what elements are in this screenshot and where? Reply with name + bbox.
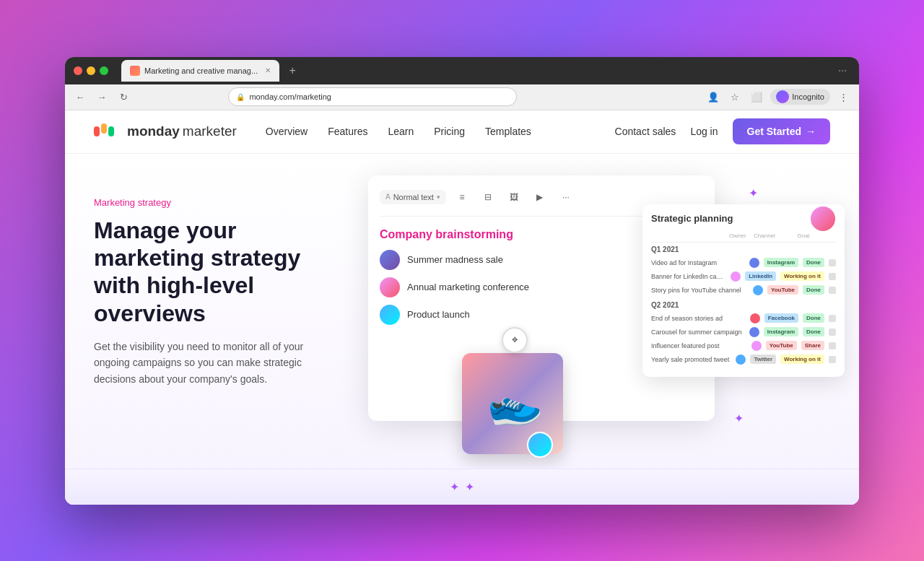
text-format-label: Normal text [393,193,434,201]
strategy-avatar-6 [751,341,762,351]
strategy-avatar-3 [753,285,763,295]
logo-marketer-text: marketer [183,123,237,139]
contact-sales-link[interactable]: Contact sales [615,126,676,137]
cursor: ✥ [502,327,528,353]
status-tag-done-4: Done [803,327,824,336]
strategy-row-q2-3: Influencer featured post YouTube Share [651,341,836,351]
toolbar-right: 👤 ☆ ⬜ Incognito ⋮ [705,89,852,105]
channel-tag-instagram: Instagram [764,258,798,267]
browser-titlebar: Marketing and creative manag... ✕ + ⋯ [65,57,859,84]
menu-icon[interactable]: ⋮ [836,89,852,105]
shoe-image: 👟 [480,372,546,435]
incognito-label: Incognito [792,92,824,101]
nav-links: Overview Features Learn Pricing Template… [266,126,531,137]
arrow-icon: → [806,126,816,137]
status-tag-working-2: Working on it [780,355,824,364]
incognito-icon: 👤 [705,89,721,105]
address-bar[interactable]: 🔒 monday.com/marketing [228,87,517,106]
nav-templates[interactable]: Templates [485,126,531,137]
cursor-grab-icon: ✥ [512,336,518,344]
active-tab[interactable]: Marketing and creative manag... ✕ [121,60,279,82]
strategy-avatar-1 [749,258,759,268]
media-icon[interactable]: ▶ [530,187,550,207]
bullet-list-icon[interactable]: ≡ [452,187,472,207]
channel-tag-linkedin: LinkedIn [745,271,776,281]
tab-close-icon[interactable]: ✕ [265,66,271,74]
doc-item-1: Summer madness sale [407,254,503,265]
get-started-button[interactable]: Get Started → [733,118,830,144]
strategy-avatar-4 [750,313,760,323]
minimize-button[interactable] [87,66,95,75]
tab-bar: Marketing and creative manag... ✕ + [121,60,829,82]
avatar-shoe-user [527,432,553,458]
image-icon[interactable]: 🖼 [504,187,524,207]
maximize-button[interactable] [100,66,108,75]
security-icon: 🔒 [236,93,245,101]
chevron-down-icon: ▾ [437,193,440,201]
numbered-list-icon[interactable]: ⊟ [478,187,498,207]
back-button[interactable]: ← [72,89,88,105]
hero-description: Get the visibility you need to monitor a… [94,339,339,387]
hero-title: Manage your marketing strategy with high… [94,217,339,328]
user-avatar-icon [776,90,789,103]
user-button[interactable]: Incognito [770,89,830,105]
hero-visual: ✦ A Normal text ▾ ≡ ⊟ 🖼 ▶ ··· [368,183,830,469]
window-controls-icon[interactable]: ⋯ [834,63,850,79]
status-tag-working: Working on it [780,271,824,281]
bottom-sparkle-2: ✦ [465,480,474,494]
avatar-user-3 [380,305,400,325]
log-in-link[interactable]: Log in [690,126,718,137]
channel-tag-facebook: Facebook [764,313,798,323]
bottom-section: ✦ ✦ [65,469,859,505]
hero-label: Marketing strategy [94,197,339,208]
strategy-row-q2-1: End of season stories ad Facebook Done [651,313,836,323]
tab-favicon [130,66,140,76]
logo-svg [94,123,120,139]
channel-tag-twitter: Twitter [750,355,776,364]
bookmark-icon[interactable]: ☆ [727,89,743,105]
q1-label: Q1 2021 [651,245,836,253]
strategy-row-q2-4: Yearly sale promoted tweet Twitter Worki… [651,355,836,365]
browser-window: Marketing and creative manag... ✕ + ⋯ ← … [65,57,859,505]
doc-item-2: Annual marketing conference [407,282,529,292]
more-icon[interactable]: ··· [556,187,576,207]
strategy-row-q1-2: Banner for LinkedIn campaign LinkedIn Wo… [651,271,836,282]
browser-toolbar: ← → ↻ 🔒 monday.com/marketing 👤 ☆ ⬜ Incog… [65,84,859,110]
traffic-lights [74,66,108,75]
site-navigation: monday marketer Overview Features Learn … [65,110,859,154]
text-format-selector[interactable]: A Normal text ▾ [380,190,446,204]
url-text: monday.com/marketing [249,92,331,101]
cursor-circle: ✥ [502,327,528,353]
svg-rect-2 [108,126,114,136]
status-tag-done: Done [803,258,824,267]
logo-monday-text: monday [127,123,180,139]
text-format-prefix: A [385,193,391,201]
nav-learn[interactable]: Learn [388,126,414,137]
nav-pricing[interactable]: Pricing [434,126,465,137]
hero-section: Marketing strategy Manage your marketing… [65,154,859,469]
close-button[interactable] [74,66,82,75]
tab-label: Marketing and creative manag... [144,66,258,75]
avatar-user-1 [380,250,400,270]
avatar-top-right-user [808,204,837,233]
channel-tag-instagram-2: Instagram [764,327,798,336]
screen-icon[interactable]: ⬜ [749,89,764,105]
avatar-user-2 [380,277,400,297]
status-tag-done-3: Done [803,313,824,323]
hero-text: Marketing strategy Manage your marketing… [94,183,339,388]
forward-button[interactable]: → [94,89,110,105]
bottom-sparkle-1: ✦ [450,480,459,494]
channel-tag-youtube: YouTube [767,285,798,295]
strategy-row-q2-2: Carousel for summer campaign Instagram D… [651,327,836,337]
strategy-avatar-5 [749,327,759,337]
site-logo[interactable]: monday marketer [94,123,237,139]
new-tab-button[interactable]: + [282,61,302,81]
nav-features[interactable]: Features [328,126,367,137]
status-tag-share: Share [801,341,824,350]
nav-overview[interactable]: Overview [266,126,308,137]
status-tag-done-2: Done [803,285,824,295]
strategy-row-q1-1: Video ad for Instagram Instagram Done [651,258,836,268]
reload-button[interactable]: ↻ [116,89,131,105]
website-content: monday marketer Overview Features Learn … [65,110,859,505]
strategy-avatar-2 [731,271,741,282]
